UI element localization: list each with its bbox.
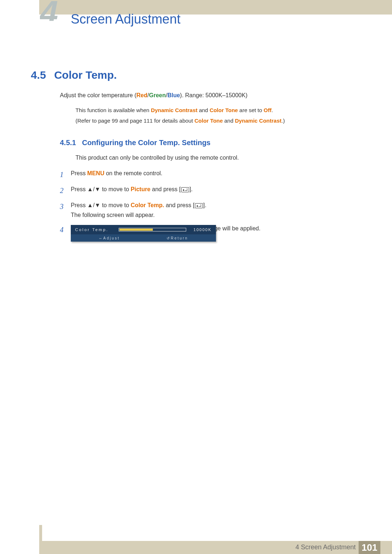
t: This function is available when — [75, 107, 151, 113]
osd-bar-outer — [119, 228, 186, 231]
t: Press ▲/▼ to move to — [71, 202, 131, 208]
step-body: Press MENU on the remote control. — [71, 168, 261, 181]
section-heading: 4.5 Color Temp. — [31, 69, 117, 81]
t: Return — [171, 236, 188, 240]
step-body: Press ▲/▼ to move to Color Temp. and pre… — [71, 200, 261, 220]
t: Press — [71, 170, 87, 176]
step-body: Press ▲/▼ to move to Picture and press [… — [71, 184, 261, 197]
t: Dynamic Contrast — [235, 118, 281, 124]
subsection-number: 4.5.1 — [60, 139, 76, 147]
t: Color Temp. — [131, 202, 164, 208]
osd-top-row: Color Temp. 10000K — [71, 225, 216, 234]
t: . — [271, 107, 273, 113]
intro-green: Green — [149, 92, 166, 98]
t: MENU — [87, 170, 104, 176]
intro-text: Adjust the color temperature (Red/Green/… — [60, 92, 248, 99]
t: The following screen will appear. — [71, 212, 155, 218]
t: Dynamic Contrast — [151, 107, 197, 113]
chapter-title: Screen Adjustment — [71, 12, 180, 27]
osd-return-hint: ↺Return — [167, 236, 188, 240]
t: Picture — [131, 186, 150, 192]
t: Color Tone — [209, 107, 238, 113]
footer-chapter-title: Screen Adjustment — [301, 543, 356, 551]
enter-icon — [195, 203, 203, 208]
intro-suffix: ). Range: 5000K–15000K) — [180, 92, 248, 98]
t: Off — [264, 107, 271, 113]
step-2: 2 Press ▲/▼ to move to Picture and press… — [60, 184, 261, 197]
step-3: 3 Press ▲/▼ to move to Color Temp. and p… — [60, 200, 261, 220]
t: and — [197, 107, 209, 113]
footer-chapter-ref: 4 Screen Adjustment — [295, 543, 356, 551]
osd-label: Color Temp. — [75, 227, 119, 232]
note-line-2: (Refer to page 99 and page 111 for detai… — [75, 116, 285, 126]
section-title: Color Temp. — [54, 69, 117, 81]
intro-prefix: Adjust the color temperature ( — [60, 92, 136, 98]
osd-bottom-row: ↔Adjust ↺Return — [71, 234, 216, 242]
subsection-title: Configuring the Color Temp. Settings — [82, 139, 211, 147]
chapter-number-watermark: 4 — [40, 0, 58, 29]
step-number: 4 — [60, 223, 71, 236]
t: and — [223, 118, 235, 124]
osd-bar-fill — [119, 229, 153, 231]
footer-chapter-num: 4 — [295, 543, 299, 551]
intro-blue: Blue — [167, 92, 180, 98]
intro-red: Red — [136, 92, 147, 98]
t: ]. — [203, 202, 207, 208]
t: are set to — [238, 107, 264, 113]
section-number: 4.5 — [31, 69, 46, 81]
osd-bar — [119, 228, 190, 231]
t: .) — [282, 118, 285, 124]
t: and press [ — [150, 186, 181, 192]
subsection-intro: This product can only be controlled by u… — [75, 155, 239, 161]
step-number: 2 — [60, 184, 71, 197]
note-line-1: This function is available when Dynamic … — [75, 105, 285, 116]
subsection-heading: 4.5.1 Configuring the Color Temp. Settin… — [60, 139, 211, 147]
osd-adjust-hint: ↔Adjust — [99, 236, 120, 240]
t: on the remote control. — [104, 170, 162, 176]
t: Color Tone — [195, 118, 223, 124]
osd-screenshot: Color Temp. 10000K ↔Adjust ↺Return — [71, 225, 216, 242]
page-number: 101 — [359, 541, 380, 554]
note-block: This function is available when Dynamic … — [75, 105, 285, 126]
t: Press ▲/▼ to move to — [71, 186, 131, 192]
enter-icon — [181, 187, 189, 192]
step-number: 1 — [60, 168, 71, 181]
t: Adjust — [103, 236, 120, 240]
t: ]. — [189, 186, 193, 192]
step-1: 1 Press MENU on the remote control. — [60, 168, 261, 181]
t: and press [ — [164, 202, 195, 208]
step-number: 3 — [60, 200, 71, 220]
osd-value: 10000K — [190, 227, 212, 232]
t: (Refer to page 99 and page 111 for detai… — [75, 118, 195, 124]
